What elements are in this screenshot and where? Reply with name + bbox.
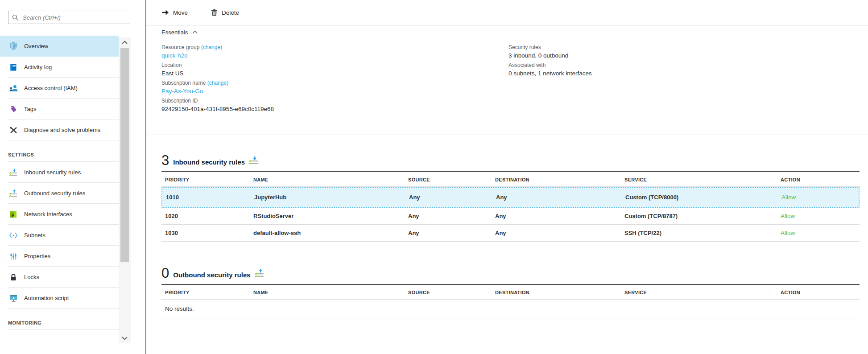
sidebar-item-outbound-rules[interactable]: Outbound security rules — [0, 183, 119, 204]
table-row-rstudioserver[interactable]: 1020 RStudioServer Any Any Custom (TCP/8… — [161, 208, 860, 225]
outbound-heading: 0 Outbound security rules — [161, 267, 860, 280]
column-header-action: ACTION — [777, 177, 860, 182]
associated-with-value: 0 subnets, 1 network interfaces — [508, 69, 592, 78]
change-link[interactable]: (change) — [207, 80, 228, 86]
subnets-icon — [9, 231, 18, 240]
sidebar-item-access-control[interactable]: Access control (IAM) — [0, 78, 119, 99]
rules-sections: 3 Inbound security rules PRIORITY NAME S… — [146, 154, 860, 318]
search-icon — [12, 14, 19, 21]
outbound-rules-section: 0 Outbound security rules PRIORITY NAME … — [161, 267, 860, 318]
field-label: Location — [161, 61, 508, 69]
outbound-title: Outbound security rules — [173, 271, 250, 280]
table-row-jupyterhub[interactable]: 1010 JupyterHub Any Any Custom (TCP/8000… — [161, 187, 860, 208]
lock-icon — [9, 273, 18, 282]
sidebar-item-automation-script[interactable]: Automation script — [0, 288, 119, 309]
tag-icon — [9, 105, 18, 114]
book-icon — [9, 63, 18, 72]
sidebar-item-subnets[interactable]: Subnets — [0, 225, 119, 246]
essentials-right-column: Security rules 3 inbound, 0 outbound Ass… — [508, 43, 592, 135]
sidebar-item-label: Overview — [24, 43, 48, 49]
command-bar: Move Delete — [146, 0, 868, 25]
sidebar-item-label: Properties — [24, 253, 50, 259]
field-associated-with: Associated with 0 subnets, 1 network int… — [508, 61, 592, 78]
change-link[interactable]: (change) — [201, 44, 222, 50]
sidebar-item-label: Access control (IAM) — [24, 85, 78, 91]
automation-script-icon — [9, 294, 18, 303]
sidebar-item-label: Diagnose and solve problems — [24, 127, 100, 133]
table-row-default-allow-ssh[interactable]: 1030 default-allow-ssh Any Any SSH (TCP/… — [161, 225, 860, 242]
column-header-source: SOURCE — [405, 177, 492, 182]
search-input[interactable] — [23, 14, 126, 21]
column-header-destination: DESTINATION — [492, 290, 621, 295]
main-content: Move Delete Essentials Resource group (c… — [146, 0, 868, 354]
sidebar-item-overview[interactable]: Overview — [0, 36, 119, 57]
inbound-table-header: PRIORITY NAME SOURCE DESTINATION SERVICE… — [161, 172, 860, 187]
essentials-toggle[interactable]: Essentials — [146, 25, 868, 39]
cell-name: default-allow-ssh — [250, 230, 405, 236]
outbound-rules-icon — [255, 268, 265, 280]
chevron-up-icon — [192, 30, 198, 34]
column-header-priority: PRIORITY — [161, 290, 250, 295]
outbound-rules-icon — [9, 189, 18, 198]
sidebar-search[interactable] — [8, 11, 130, 24]
sidebar-scrollbar[interactable] — [119, 37, 131, 343]
subscription-id-value: 92429150-401a-431f-8955-e69c0c119e68 — [161, 105, 508, 113]
move-button[interactable]: Move — [161, 9, 188, 16]
inbound-count: 3 — [161, 154, 169, 167]
field-resource-group: Resource group (change) quick-h2o — [161, 43, 508, 60]
sidebar-item-label: Tags — [24, 106, 36, 112]
sidebar-item-diagnose[interactable]: Diagnose and solve problems — [0, 119, 119, 140]
column-header-source: SOURCE — [405, 290, 492, 295]
sliders-icon — [9, 252, 18, 261]
trash-icon — [211, 9, 218, 16]
inbound-heading: 3 Inbound security rules — [161, 154, 860, 167]
inbound-rules-section: 3 Inbound security rules PRIORITY NAME S… — [161, 154, 860, 242]
sidebar-item-label: Network interfaces — [24, 211, 72, 218]
sidebar-item-label: Activity log — [24, 64, 52, 70]
cell-action: Allow — [777, 213, 860, 219]
sidebar-section-monitoring: MONITORING — [0, 309, 119, 330]
column-header-action: ACTION — [777, 290, 860, 295]
sidebar-item-inbound-rules[interactable]: Inbound security rules — [0, 162, 119, 183]
tools-icon — [9, 126, 18, 135]
essentials-title: Essentials — [161, 29, 188, 36]
outbound-count: 0 — [161, 267, 169, 280]
cell-destination: Any — [492, 194, 622, 201]
resource-group-link[interactable]: quick-h2o — [161, 51, 508, 60]
sidebar-item-label: Subnets — [24, 232, 45, 239]
essentials-left-column: Resource group (change) quick-h2o Locati… — [161, 43, 508, 135]
cell-name: JupyterHub — [251, 194, 405, 201]
sidebar-menu: Overview Activity log Access control (IA… — [0, 36, 119, 330]
sidebar-item-tags[interactable]: Tags — [0, 99, 119, 119]
column-header-service: SERVICE — [621, 290, 777, 295]
cell-priority: 1030 — [161, 230, 250, 236]
sidebar-item-network-interfaces[interactable]: Network interfaces — [0, 204, 119, 225]
people-icon — [9, 84, 18, 93]
field-subscription-id: Subscription ID 92429150-401a-431f-8955-… — [161, 97, 508, 113]
sidebar-item-label: Inbound security rules — [24, 169, 81, 176]
sidebar-item-label: Automation script — [24, 295, 69, 301]
cell-destination: Any — [492, 230, 621, 236]
field-label: Security rules — [508, 43, 592, 51]
security-rules-value: 3 inbound, 0 outbound — [508, 51, 592, 60]
cell-source: Any — [405, 230, 492, 236]
sidebar-item-locks[interactable]: Locks — [0, 267, 119, 288]
network-interface-icon — [9, 210, 18, 219]
cell-service: SSH (TCP/22) — [621, 230, 777, 236]
scroll-down-icon[interactable] — [119, 333, 131, 343]
scrollbar-thumb[interactable] — [120, 48, 129, 262]
sidebar-item-properties[interactable]: Properties — [0, 246, 119, 267]
column-header-priority: PRIORITY — [161, 177, 250, 182]
sidebar-item-label: Outbound security rules — [24, 190, 85, 197]
cell-priority: 1010 — [162, 194, 251, 201]
subscription-name-link[interactable]: Pay-As-You-Go — [161, 87, 508, 95]
field-security-rules: Security rules 3 inbound, 0 outbound — [508, 43, 592, 60]
cell-priority: 1020 — [161, 213, 250, 219]
scroll-up-icon[interactable] — [119, 37, 131, 47]
sidebar-item-label: Locks — [24, 274, 39, 280]
delete-button[interactable]: Delete — [211, 9, 239, 16]
sidebar-item-activity-log[interactable]: Activity log — [0, 57, 119, 78]
field-location: Location East US — [161, 61, 508, 78]
column-header-service: SERVICE — [621, 177, 777, 182]
column-header-name: NAME — [250, 290, 405, 295]
